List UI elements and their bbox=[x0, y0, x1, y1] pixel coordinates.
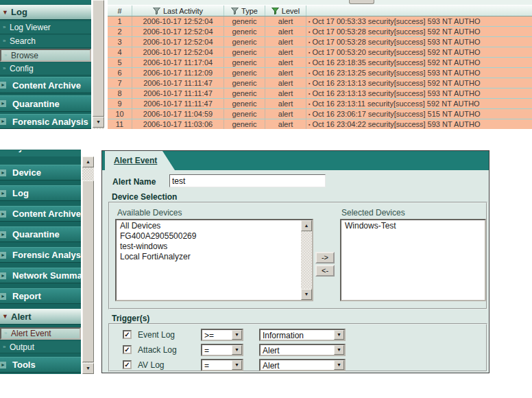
sidebar-item-label: Alert Event bbox=[1, 329, 51, 338]
sidebar-item-log[interactable]: ▼ Log bbox=[0, 5, 91, 20]
sidebar-item-content-archive[interactable]: ► Content Archive bbox=[0, 206, 81, 222]
trigger-checkbox[interactable]: ✓ bbox=[123, 345, 132, 354]
log-table-row[interactable]: 2 2006-10-17 12:52:04 generic alert ▪ Oc… bbox=[108, 27, 532, 37]
trigger-operator-select[interactable]: >= ▼ bbox=[201, 329, 243, 341]
log-table-row[interactable]: 11 2006-10-17 11:03:06 generic alert ▪ O… bbox=[108, 119, 532, 129]
chevron-right-icon: ► bbox=[0, 272, 6, 279]
tab-alert-event[interactable]: Alert Event bbox=[105, 151, 175, 170]
cell-message: ▪ Oct 17 00:53:28 security[success] 593 … bbox=[306, 37, 532, 47]
scrollbar-thumb[interactable] bbox=[93, 0, 104, 117]
dropdown-arrow-icon[interactable]: ▼ bbox=[232, 360, 242, 370]
log-table-row[interactable]: 7 2006-10-17 11:11:47 generic alert ▪ Oc… bbox=[108, 78, 532, 89]
cell-message: ▪ Oct 17 00:53:28 security[success] 592 … bbox=[306, 27, 532, 36]
selected-devices-listbox[interactable]: Windows-Test bbox=[340, 219, 486, 301]
sidebar-item-alert[interactable]: ▼ Alert bbox=[0, 309, 81, 325]
cell-number: 6 bbox=[108, 68, 132, 78]
dropdown-arrow-icon[interactable]: ▼ bbox=[232, 330, 242, 340]
sidebar-item-label: System bbox=[0, 150, 81, 152]
trigger-checkbox[interactable]: ✓ bbox=[123, 360, 132, 369]
sidebar-item-quarantine[interactable]: ► Quarantine bbox=[0, 226, 81, 242]
sidebar-item-config[interactable]: » Config bbox=[0, 62, 91, 75]
column-header-message[interactable] bbox=[306, 5, 532, 16]
log-table-row[interactable]: 3 2006-10-17 12:52:04 generic alert ▪ Oc… bbox=[108, 37, 532, 47]
log-table-row[interactable]: 5 2006-10-17 11:17:04 generic alert ▪ Oc… bbox=[108, 58, 532, 68]
trigger-checkbox[interactable]: ✓ bbox=[123, 330, 132, 339]
sidebar-item-system-partial[interactable]: System bbox=[0, 150, 81, 156]
cell-last-activity: 2006-10-17 11:04:59 bbox=[132, 109, 224, 119]
dropdown-arrow-icon[interactable]: ▼ bbox=[232, 345, 242, 355]
sidebar-item-browse[interactable]: » Browse bbox=[0, 49, 91, 62]
scrollbar-thumb[interactable] bbox=[82, 180, 94, 362]
sidebar-item-alert-event[interactable]: » Alert Event bbox=[0, 327, 81, 340]
trigger-severity-select[interactable]: Information ▼ bbox=[259, 329, 346, 341]
log-table-row[interactable]: 9 2006-10-17 11:11:47 generic alert ▪ Oc… bbox=[108, 99, 532, 109]
list-item[interactable]: All Devices bbox=[117, 221, 312, 231]
column-header-number[interactable]: # bbox=[108, 5, 132, 16]
cell-level: alert bbox=[265, 78, 306, 88]
select-value: Alert bbox=[263, 346, 280, 355]
filter-icon[interactable] bbox=[153, 8, 160, 14]
dropdown-arrow-icon[interactable]: ▼ bbox=[334, 345, 344, 355]
log-bullet-icon: ▪ bbox=[309, 40, 310, 45]
filter-active-icon[interactable] bbox=[271, 8, 279, 14]
sidebar-item-forensic-analysis[interactable]: ► Forensic Analysis bbox=[0, 114, 91, 129]
trigger-operator-select[interactable]: = ▼ bbox=[201, 359, 243, 371]
cell-number: 3 bbox=[108, 37, 132, 47]
sidebar-item-report[interactable]: ► Report bbox=[0, 288, 81, 304]
sidebar-item-label: Quarantine bbox=[0, 99, 60, 109]
cell-level: alert bbox=[265, 89, 306, 98]
sidebar-item-network-summary[interactable]: ► Network Summary bbox=[0, 268, 81, 283]
alert-event-content: Alert Event Alert Name Device Selection … bbox=[101, 150, 489, 373]
scroll-down-icon[interactable]: ▼ bbox=[301, 289, 312, 300]
sidebar-item-device[interactable]: ► Device bbox=[0, 165, 81, 180]
list-item[interactable]: Local FortiAnalyzer bbox=[117, 252, 312, 262]
sidebar-item-search[interactable]: » Search bbox=[0, 35, 91, 48]
sidebar-item-quarantine[interactable]: ► Quarantine bbox=[0, 95, 91, 112]
scroll-up-icon[interactable]: ▲ bbox=[301, 220, 312, 231]
log-bullet-icon: ▪ bbox=[309, 19, 310, 24]
column-header-label: # bbox=[117, 7, 121, 15]
column-header-level[interactable]: Level bbox=[265, 5, 306, 16]
log-table-row[interactable]: 1 2006-10-17 12:52:04 generic alert ▪ Oc… bbox=[108, 16, 532, 27]
sidebar-item-output[interactable]: » Output bbox=[0, 341, 81, 353]
cell-last-activity: 2006-10-17 12:52:04 bbox=[132, 16, 224, 26]
log-table-row[interactable]: 8 2006-10-17 11:11:47 generic alert ▪ Oc… bbox=[108, 89, 532, 99]
log-table-row[interactable]: 10 2006-10-17 11:04:59 generic alert ▪ O… bbox=[108, 109, 532, 119]
scroll-down-icon[interactable]: ▼ bbox=[93, 117, 104, 128]
move-left-button[interactable]: <- bbox=[315, 265, 335, 277]
chevron-right-icon: ► bbox=[0, 293, 6, 300]
available-devices-listbox[interactable]: All Devices FG400A2905500269 test-window… bbox=[115, 219, 313, 301]
cell-type: generic bbox=[224, 58, 265, 67]
alert-event-panel: System ► Device ► Log ► Content Archive … bbox=[0, 150, 489, 374]
dropdown-arrow-icon[interactable]: ▼ bbox=[334, 360, 344, 370]
bottom-sidebar-scrollbar[interactable]: ▲ ▼ bbox=[82, 156, 94, 374]
sidebar-item-log[interactable]: ► Log bbox=[0, 185, 81, 201]
column-header-last-activity[interactable]: Last Activity bbox=[132, 5, 224, 16]
column-header-type[interactable]: Type bbox=[224, 5, 265, 16]
listbox-scrollbar[interactable]: ▲ ▼ bbox=[301, 220, 312, 300]
sidebar-item-label: Content Archive bbox=[0, 80, 81, 91]
log-table-row[interactable]: 6 2006-10-17 11:12:09 generic alert ▪ Oc… bbox=[108, 68, 532, 78]
top-sidebar-scrollbar[interactable]: ▼ bbox=[93, 0, 104, 129]
list-item[interactable]: test-windows bbox=[117, 242, 312, 252]
alert-name-input[interactable] bbox=[169, 174, 326, 187]
selected-devices-label: Selected Devices bbox=[341, 208, 405, 218]
sidebar-item-tools[interactable]: ► Tools bbox=[0, 357, 81, 373]
trigger-operator-select[interactable]: = ▼ bbox=[201, 344, 243, 356]
scroll-down-icon[interactable]: ▼ bbox=[82, 363, 94, 374]
log-table-row[interactable]: 4 2006-10-17 12:52:04 generic alert ▪ Oc… bbox=[108, 47, 532, 58]
scroll-up-icon[interactable]: ▲ bbox=[82, 156, 94, 167]
move-right-button[interactable]: -> bbox=[315, 252, 335, 264]
select-value: Information bbox=[263, 331, 304, 340]
cell-message: ▪ Oct 16 23:13:11 security[success] 592 … bbox=[306, 99, 532, 108]
sidebar-item-content-archive[interactable]: ► Content Archive bbox=[0, 77, 91, 93]
sidebar-item-forensic-analysis[interactable]: ► Forensic Analysis bbox=[0, 247, 81, 263]
dropdown-arrow-icon[interactable]: ▼ bbox=[334, 330, 344, 340]
list-item[interactable]: Windows-Test bbox=[342, 221, 485, 231]
sidebar-item-log-viewer[interactable]: » Log Viewer bbox=[0, 21, 91, 34]
cell-type: generic bbox=[224, 99, 265, 108]
trigger-severity-select[interactable]: Alert ▼ bbox=[259, 359, 346, 371]
filter-icon[interactable] bbox=[231, 8, 239, 14]
list-item[interactable]: FG400A2905500269 bbox=[117, 231, 312, 242]
trigger-severity-select[interactable]: Alert ▼ bbox=[259, 344, 346, 356]
